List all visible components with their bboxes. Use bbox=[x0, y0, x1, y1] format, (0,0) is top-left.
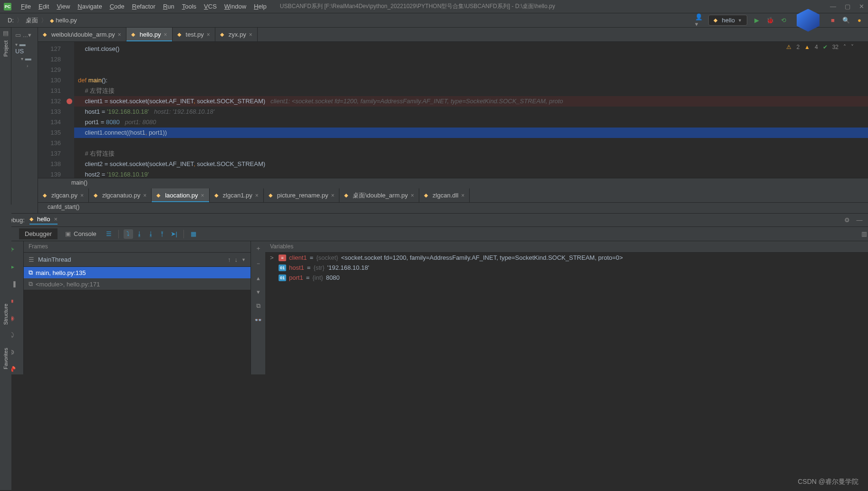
coverage-button[interactable]: ⟲ bbox=[780, 17, 787, 24]
code-line[interactable]: client1 = socket.socket(socket.AF_INET, … bbox=[74, 96, 868, 107]
editor-tab[interactable]: ◆weibolu\double_arm.py× bbox=[38, 28, 126, 41]
remove-watch-icon[interactable]: － bbox=[255, 259, 261, 268]
run-button[interactable]: ▶ bbox=[753, 17, 761, 24]
debug-config-tab[interactable]: ◆hello× bbox=[29, 216, 58, 225]
code-line[interactable]: client.close() bbox=[74, 44, 868, 54]
menu-help[interactable]: Help bbox=[250, 3, 270, 10]
code-editor[interactable]: 1271281291301311321331341351361371381391… bbox=[38, 42, 868, 178]
close-icon[interactable]: × bbox=[54, 216, 58, 223]
editor-tab[interactable]: ◆桌面\double_arm.py× bbox=[339, 188, 419, 202]
code-line[interactable]: # 左臂连接 bbox=[74, 86, 868, 96]
glasses-icon[interactable]: 👓 bbox=[254, 316, 262, 324]
chevron-up-icon[interactable]: ˄ bbox=[843, 44, 846, 50]
thread-selector[interactable]: ☰ MainThread ↑ ↓ ▼ bbox=[24, 253, 251, 267]
menu-code[interactable]: Code bbox=[106, 3, 128, 10]
close-tab-icon[interactable]: × bbox=[411, 192, 414, 199]
close-tab-icon[interactable]: × bbox=[207, 31, 210, 38]
run-to-cursor-button[interactable]: ➤| bbox=[169, 229, 179, 239]
menu-run[interactable]: Run bbox=[159, 3, 178, 10]
editor-tab[interactable]: ◆zlgcan.py× bbox=[38, 188, 89, 202]
chevron-down-icon[interactable]: ˅ bbox=[851, 44, 854, 50]
gear-icon[interactable]: ⚙ bbox=[843, 216, 851, 224]
code-line[interactable] bbox=[74, 65, 868, 75]
stack-frame[interactable]: ⧉main, hello.py:135 bbox=[24, 267, 251, 278]
project-tree[interactable]: ▭...▾ ▾ ▬ US ▾ ▬ › bbox=[11, 28, 38, 213]
up-icon[interactable]: ▴ bbox=[257, 275, 260, 282]
editor-tab[interactable]: ◆zyx.py× bbox=[215, 28, 258, 41]
breadcrumb-folder[interactable]: 桌面 bbox=[23, 16, 41, 25]
editor-tab[interactable]: ◆test.py× bbox=[173, 28, 215, 41]
expand-icon[interactable]: ▾ bbox=[21, 56, 23, 61]
editor-tab[interactable]: ◆zlgcanatuo.py× bbox=[89, 188, 152, 202]
close-tab-icon[interactable]: × bbox=[461, 192, 464, 199]
menu-view[interactable]: View bbox=[53, 3, 74, 10]
notifications-icon[interactable]: ● bbox=[856, 17, 863, 24]
code-line[interactable]: port1 = 8080 port1: 8080 bbox=[74, 117, 868, 128]
editor-breadcrumb-2[interactable]: canfd_start() bbox=[38, 203, 868, 213]
code-line[interactable]: client1.connect((host1, port1)) bbox=[74, 128, 868, 138]
editor-breadcrumb[interactable]: main() bbox=[38, 178, 868, 188]
close-tab-icon[interactable]: × bbox=[201, 192, 204, 199]
step-over-button[interactable]: ⤵ bbox=[124, 229, 133, 239]
editor-tab[interactable]: ◆zlgcan1.py× bbox=[210, 188, 264, 202]
menu-navigate[interactable]: Navigate bbox=[74, 3, 106, 10]
menu-edit[interactable]: Edit bbox=[35, 3, 53, 10]
breadcrumb-file[interactable]: ◆hello.py bbox=[47, 17, 80, 24]
expand-icon[interactable]: > bbox=[270, 254, 276, 261]
stack-frame[interactable]: ⧉<module>, hello.py:171 bbox=[24, 278, 251, 290]
close-tab-icon[interactable]: × bbox=[80, 192, 84, 199]
code-line[interactable]: # 右臂连接 bbox=[74, 148, 868, 159]
down-icon[interactable]: ▾ bbox=[257, 288, 260, 295]
search-icon[interactable]: 🔍 bbox=[842, 17, 850, 24]
menu-vcs[interactable]: VCS bbox=[200, 3, 221, 10]
minimize-panel-icon[interactable]: — bbox=[856, 216, 863, 224]
menu-tools[interactable]: Tools bbox=[178, 3, 200, 10]
code-line[interactable]: def main(): bbox=[74, 75, 868, 86]
code-line[interactable]: host1 = '192.168.10.18' host1: '192.168.… bbox=[74, 107, 868, 117]
favorites-tool-button[interactable]: Favorites bbox=[3, 348, 9, 369]
code-line[interactable] bbox=[74, 54, 868, 65]
step-into-my-button[interactable]: ⭳ bbox=[146, 229, 156, 239]
menu-refactor[interactable]: Refactor bbox=[128, 3, 159, 10]
run-config-selector[interactable]: ◆ hello ▼ bbox=[708, 15, 747, 26]
close-tab-icon[interactable]: × bbox=[164, 31, 167, 38]
expand-icon[interactable]: ▾ bbox=[15, 42, 18, 47]
editor-tab[interactable]: ◆hello.py× bbox=[126, 28, 173, 41]
prev-frame-icon[interactable]: ↑ bbox=[228, 256, 231, 263]
code-line[interactable]: host2 = '192.168.10.19' bbox=[74, 169, 868, 178]
next-frame-icon[interactable]: ↓ bbox=[235, 256, 238, 263]
close-tab-icon[interactable]: × bbox=[331, 192, 334, 199]
stop-button[interactable]: ■ bbox=[829, 17, 837, 24]
breakpoint-gutter[interactable] bbox=[65, 42, 74, 178]
code-line[interactable]: client2 = socket.socket(socket.AF_INET, … bbox=[74, 159, 868, 169]
code-content[interactable]: client.close()def main(): # 左臂连接 client1… bbox=[74, 42, 868, 178]
add-config-icon[interactable]: 👤▾ bbox=[695, 17, 703, 24]
thread-view-icon[interactable]: ☰ bbox=[104, 229, 114, 239]
menu-window[interactable]: Window bbox=[221, 3, 250, 10]
close-tab-icon[interactable]: × bbox=[249, 31, 252, 38]
variable-row[interactable]: 01port1 = {int} 8080 bbox=[265, 273, 868, 283]
editor-tab[interactable]: ◆laocation.py× bbox=[152, 188, 209, 202]
add-watch-icon[interactable]: ＋ bbox=[255, 244, 261, 253]
variable-row[interactable]: 01host1 = {str} '192.168.10.18' bbox=[265, 263, 868, 273]
layout-icon[interactable]: ▥ bbox=[860, 230, 868, 238]
inspection-widget[interactable]: ⚠2 ▲4 ✔32 ˄ ˅ bbox=[786, 44, 854, 50]
breadcrumb-root[interactable]: D: bbox=[5, 17, 17, 24]
structure-tool-button[interactable]: Structure bbox=[3, 304, 9, 325]
close-tab-icon[interactable]: × bbox=[255, 192, 259, 199]
copy-icon[interactable]: ⧉ bbox=[256, 302, 260, 310]
breakpoint-icon[interactable] bbox=[67, 98, 72, 104]
collapse-icon[interactable]: ▭ bbox=[15, 31, 21, 39]
editor-tab[interactable]: ◆zlgcan.dll× bbox=[419, 188, 470, 202]
evaluate-button[interactable]: ▦ bbox=[189, 229, 198, 239]
step-out-button[interactable]: ⭱ bbox=[158, 229, 167, 239]
editor-tab[interactable]: ◆picture_rename.py× bbox=[264, 188, 340, 202]
menu-file[interactable]: File bbox=[17, 3, 35, 10]
close-tab-icon[interactable]: × bbox=[143, 192, 146, 199]
code-line[interactable] bbox=[74, 138, 868, 148]
project-tool-icon[interactable]: ▤ bbox=[3, 29, 9, 37]
variable-row[interactable]: >≡client1 = {socket} <socket.socket fd=1… bbox=[265, 253, 868, 263]
project-tool-label[interactable]: Project bbox=[3, 40, 9, 57]
project-root-label[interactable]: US bbox=[15, 48, 24, 55]
debugger-tab[interactable]: Debugger bbox=[19, 228, 58, 239]
